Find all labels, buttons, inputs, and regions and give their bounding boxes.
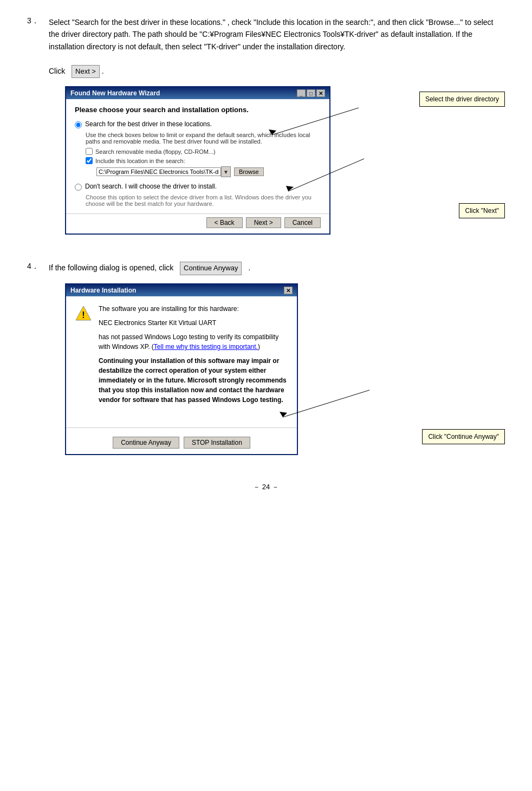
callout1-box: Select the driver directory [419, 92, 505, 107]
step-3-number: 3． [27, 16, 49, 245]
step-4-instruction: If the following dialog is opened, click [49, 263, 173, 272]
wizard-titlebar: Found New Hardware Wizard _ □ ✕ [66, 87, 329, 99]
next-button[interactable]: Next > [246, 217, 281, 228]
path-input[interactable] [96, 167, 221, 176]
step-4-content: If the following dialog is opened, click… [49, 262, 505, 466]
checkbox1-label: Search removable media (floppy, CD-ROM..… [95, 148, 216, 155]
step-4-text: If the following dialog is opened, click… [49, 262, 505, 275]
cancel-button[interactable]: Cancel [284, 217, 321, 228]
step-3-period: . [102, 67, 104, 75]
hw-text1: The software you are installing for this… [99, 304, 288, 314]
svg-line-6 [283, 390, 369, 417]
checkbox-include-location[interactable] [86, 157, 93, 164]
continue-anyway-button[interactable]: Continue Anyway [113, 437, 179, 449]
checkbox-removable-media[interactable] [86, 148, 93, 155]
browse-button[interactable]: Browse [234, 167, 264, 176]
hardware-installation-dialog: Hardware Installation ✕ ! [65, 283, 298, 455]
callout3-box: Click "Continue Anyway" [422, 429, 505, 444]
wizard-screenshot-area: Found New Hardware Wizard _ □ ✕ Please c… [49, 86, 505, 235]
callout2-arrow [277, 148, 375, 202]
option1-radio[interactable] [75, 121, 82, 128]
warning-icon: ! [75, 305, 92, 322]
svg-line-2 [288, 159, 364, 191]
checkbox2-label: Include this location in the search: [95, 158, 185, 164]
option2-radio[interactable] [75, 184, 82, 191]
stop-installation-button[interactable]: STOP Installation [184, 437, 250, 449]
svg-text:!: ! [82, 310, 85, 320]
hw-title-text: Hardware Installation [70, 287, 136, 294]
next-button-inline[interactable]: Next > [72, 65, 100, 79]
back-button[interactable]: < Back [206, 217, 243, 228]
wizard-footer: < Back Next > Cancel [66, 213, 329, 234]
hw-close-button[interactable]: ✕ [284, 287, 293, 294]
step-3-instruction: Select "Search for the best driver in th… [49, 18, 493, 51]
path-dropdown[interactable]: ▼ [221, 166, 231, 177]
hw-footer: Continue Anyway STOP Installation [66, 433, 297, 454]
wizard-header: Please choose your search and installati… [75, 106, 321, 114]
step-3-click-label: Click [49, 67, 65, 75]
hw-bold-warning: Continuing your installation of this sof… [99, 356, 288, 405]
option2-label: Don't search. I will choose the driver t… [85, 183, 217, 190]
wizard-title-text: Found New Hardware Wizard [70, 89, 160, 97]
hw-divider [66, 427, 297, 428]
step-4-number: 4． [27, 262, 49, 466]
hw-dialog-area: Hardware Installation ✕ ! [49, 283, 505, 455]
option1-row: Search for the best driver in these loca… [75, 120, 321, 128]
hw-titlebar-buttons: ✕ [284, 287, 293, 294]
step-4-period: . [248, 263, 250, 272]
hw-product-name: NEC Electronics Starter Kit Virtual UART [99, 318, 288, 328]
hw-body: ! The software you are installing for th… [66, 296, 297, 422]
option1-label: Search for the best driver in these loca… [85, 120, 212, 128]
hw-warning-row: ! The software you are installing for th… [75, 304, 288, 409]
sub-description: Use the check boxes below to limit or ex… [86, 132, 321, 145]
step-3-content: Select "Search for the best driver in th… [49, 16, 505, 245]
wizard-titlebar-buttons: _ □ ✕ [297, 89, 325, 97]
logo-link[interactable]: Tell me why this testing is important. [154, 343, 258, 351]
hw-warning-text: The software you are installing for this… [99, 304, 288, 409]
minimize-button[interactable]: _ [297, 89, 306, 97]
continue-anyway-inline[interactable]: Continue Anyway [180, 262, 242, 275]
hw-text2: has not passed Windows Logo testing to v… [99, 332, 288, 352]
callout2-box: Click "Next" [459, 203, 505, 218]
step-4: 4． If the following dialog is opened, cl… [27, 262, 505, 466]
close-button[interactable]: ✕ [316, 89, 325, 97]
maximize-button[interactable]: □ [307, 89, 315, 97]
callout3-arrow [272, 385, 380, 428]
wizard-screenshot: Found New Hardware Wizard _ □ ✕ Please c… [49, 86, 505, 235]
step-3-text: Select "Search for the best driver in th… [49, 16, 505, 78]
hw-titlebar: Hardware Installation ✕ [66, 284, 297, 296]
page-number: － 24 － [27, 482, 505, 492]
step-3: 3． Select "Search for the best driver in… [27, 16, 505, 245]
